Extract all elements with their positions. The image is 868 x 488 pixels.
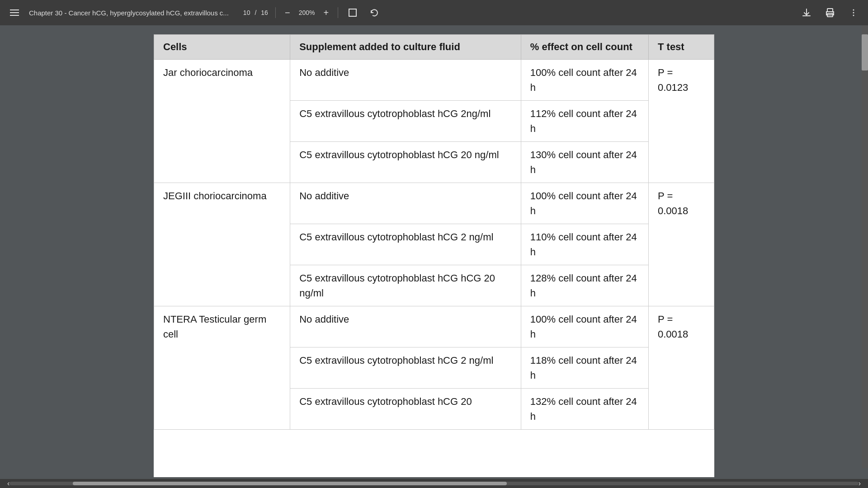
more-icon — [849, 8, 859, 18]
zoom-controls: − 200% + — [283, 8, 330, 18]
page-current: 10 — [243, 9, 250, 16]
header-effect: % effect on cell count — [521, 35, 648, 60]
divider2 — [338, 7, 338, 18]
zoom-out-button[interactable]: − — [283, 8, 292, 18]
ttest-cell: P = 0.0123 — [649, 60, 714, 183]
supplement-cell: No additive — [290, 183, 521, 224]
svg-point-6 — [853, 15, 854, 16]
table-row: JEGIII choriocarcinomaNo additive100% ce… — [154, 183, 714, 224]
divider — [275, 7, 276, 18]
page-total: 16 — [261, 9, 268, 16]
ttest-cell: P = 0.0018 — [649, 306, 714, 430]
scrollbar-track[interactable] — [9, 482, 858, 485]
supplement-cell: C5 extravillous cytotrophoblast hCG 2ng/… — [290, 101, 521, 142]
doc-title: Chapter 30 - Cancer hCG, hyperglycosylat… — [29, 9, 229, 17]
header-ttest: T test — [649, 35, 714, 60]
table-row: NTERA Testicular germ cellNo additive100… — [154, 306, 714, 347]
fit-page-icon — [348, 8, 358, 18]
svg-point-3 — [832, 13, 833, 14]
scrollbar-area: ‹ › — [0, 479, 868, 488]
effect-cell: 118% cell count after 24 h — [521, 347, 648, 389]
supplement-cell: C5 extravillous cytotrophoblast hCG hCG … — [290, 265, 521, 306]
scrollbar-thumb — [73, 482, 507, 485]
svg-rect-1 — [827, 9, 833, 12]
right-scrollbar-thumb — [862, 34, 868, 70]
pdf-page: Cells Supplement added to culture fluid … — [154, 34, 714, 477]
effect-cell: 100% cell count after 24 h — [521, 183, 648, 224]
print-button[interactable] — [823, 5, 837, 20]
svg-rect-0 — [349, 9, 356, 16]
table-row: Jar choriocarcinomaNo additive100% cell … — [154, 60, 714, 101]
menu-button[interactable] — [7, 5, 22, 20]
effect-cell: 100% cell count after 24 h — [521, 60, 648, 101]
toolbar-left: Chapter 30 - Cancer hCG, hyperglycosylat… — [7, 5, 792, 20]
rotate-icon — [369, 8, 379, 18]
table-header-row: Cells Supplement added to culture fluid … — [154, 35, 714, 60]
effect-cell: 110% cell count after 24 h — [521, 224, 648, 265]
data-table: Cells Supplement added to culture fluid … — [154, 34, 714, 430]
header-cells: Cells — [154, 35, 290, 60]
content-area: Cells Supplement added to culture fluid … — [0, 25, 868, 479]
hamburger-icon — [10, 9, 19, 16]
effect-cell: 128% cell count after 24 h — [521, 265, 648, 306]
scroll-right-button[interactable]: › — [859, 479, 861, 488]
supplement-cell: C5 extravillous cytotrophoblast hCG 20 — [290, 389, 521, 430]
more-button[interactable] — [846, 5, 861, 20]
supplement-cell: No additive — [290, 60, 521, 101]
effect-cell: 132% cell count after 24 h — [521, 389, 648, 430]
right-scrollbar[interactable] — [862, 25, 868, 468]
header-supplement: Supplement added to culture fluid — [290, 35, 521, 60]
supplement-cell: C5 extravillous cytotrophoblast hCG 2 ng… — [290, 347, 521, 389]
cell-name: NTERA Testicular germ cell — [154, 306, 290, 430]
zoom-level: 200% — [296, 9, 318, 16]
download-icon — [802, 8, 811, 18]
toolbar: Chapter 30 - Cancer hCG, hyperglycosylat… — [0, 0, 868, 25]
cell-name: JEGIII choriocarcinoma — [154, 183, 290, 306]
toolbar-right — [799, 5, 861, 20]
download-button[interactable] — [799, 5, 814, 20]
cell-name: Jar choriocarcinoma — [154, 60, 290, 183]
page-nav: 10 / 16 — [243, 9, 268, 16]
effect-cell: 130% cell count after 24 h — [521, 142, 648, 183]
print-icon — [825, 8, 835, 18]
effect-cell: 100% cell count after 24 h — [521, 306, 648, 347]
ttest-cell: P = 0.0018 — [649, 183, 714, 306]
zoom-in-button[interactable]: + — [322, 8, 331, 18]
supplement-cell: C5 extravillous cytotrophoblast hCG 20 n… — [290, 142, 521, 183]
effect-cell: 112% cell count after 24 h — [521, 101, 648, 142]
supplement-cell: C5 extravillous cytotrophoblast hCG 2 ng… — [290, 224, 521, 265]
fit-page-button[interactable] — [345, 5, 360, 20]
svg-point-4 — [853, 9, 854, 11]
supplement-cell: No additive — [290, 306, 521, 347]
svg-point-5 — [853, 12, 854, 14]
rotate-button[interactable] — [367, 5, 382, 20]
page-separator: / — [255, 9, 256, 16]
